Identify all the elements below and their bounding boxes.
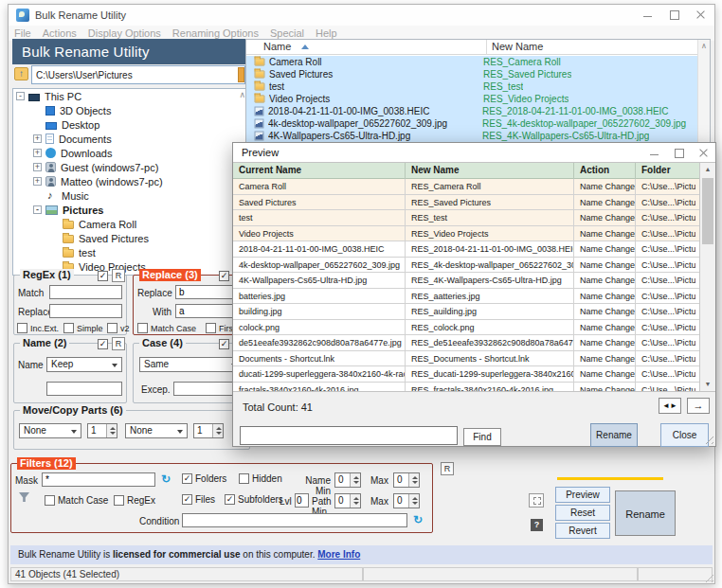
move-copy-select-2[interactable]: None <box>125 423 188 438</box>
dialog-close-button[interactable]: Close <box>660 423 709 447</box>
tree-item[interactable]: Saved Pictures <box>13 231 248 245</box>
tree-item[interactable]: + Documents <box>13 132 248 146</box>
tree-expander-icon[interactable] <box>50 220 59 228</box>
tree-item[interactable]: - This PC <box>13 89 248 103</box>
column-fit-icon[interactable]: ◄► <box>659 398 681 414</box>
find-input[interactable] <box>240 426 458 445</box>
address-input[interactable] <box>31 65 245 84</box>
inc-ext-checkbox[interactable]: Inc.Ext. <box>17 323 59 333</box>
help-icon[interactable]: ? <box>531 519 543 531</box>
regex-reset-button[interactable]: R <box>112 269 125 282</box>
file-row[interactable]: Video Projects RES_Video Projects <box>246 93 697 105</box>
column-divider[interactable] <box>486 40 487 55</box>
tree-item[interactable]: + Downloads <box>13 146 248 160</box>
tree-item[interactable]: Music <box>13 188 248 203</box>
tree-expander-icon[interactable] <box>33 191 42 200</box>
minimize-icon[interactable] <box>635 5 661 26</box>
filters-match-case-checkbox[interactable]: Match Case <box>45 495 108 506</box>
scroll-thumb[interactable] <box>702 178 713 244</box>
col-action[interactable]: Action <box>574 163 636 179</box>
col-new-name[interactable]: New Name <box>406 163 574 179</box>
layout-toggle-button[interactable] <box>529 493 544 508</box>
more-info-link[interactable]: More Info <box>317 549 360 560</box>
file-row[interactable]: 4k-desktop-wallpaper_065227602_309.jpg R… <box>246 117 697 130</box>
filters-reset-button[interactable]: R <box>441 462 454 475</box>
file-row[interactable]: 2018-04-21-11-01-00-IMG_0038.HEIC RES_20… <box>246 105 697 117</box>
col-folder[interactable]: Folder <box>636 163 701 179</box>
preview-row[interactable]: 4K-Wallpapers-Cs65-Ultra-HD.jpg RES_4K-W… <box>233 273 701 289</box>
simple-checkbox[interactable]: Simple <box>63 323 103 333</box>
v2-checkbox[interactable]: v2 <box>107 323 130 333</box>
preview-row[interactable]: ducati-1299-superleggera-3840x2160-4k-ra… <box>233 366 701 383</box>
hidden-checkbox[interactable]: Hidden <box>239 473 282 484</box>
name-extra-input[interactable] <box>46 382 122 396</box>
dialog-rename-button[interactable]: Rename <box>590 423 638 447</box>
tree-expander-icon[interactable]: + <box>33 149 42 157</box>
scroll-up-icon[interactable]: ▲ <box>700 163 715 176</box>
preview-row[interactable]: Documents - Shortcut.lnk RES_Documents -… <box>233 351 701 367</box>
preview-row[interactable]: batteries.jpg RES_aatteries.jpg Name Cha… <box>233 289 701 305</box>
preview-row[interactable]: fractals-3840x2160-4k-2016.jpg RES_fract… <box>233 383 701 392</box>
name-reset-button[interactable]: R <box>112 337 125 350</box>
dialog-close-icon[interactable] <box>691 143 715 162</box>
arrow-right-icon[interactable]: → <box>687 398 710 414</box>
name-mode-select[interactable]: Keep <box>46 357 122 372</box>
folders-checkbox[interactable]: Folders <box>182 473 226 484</box>
regex-enable-checkbox[interactable] <box>98 271 108 281</box>
tree-expander-icon[interactable]: + <box>33 163 42 171</box>
preview-row[interactable]: Video Projects RES_Video Projects Name C… <box>233 226 701 242</box>
tree-item[interactable]: + Guest (windows7-pc) <box>13 160 248 174</box>
tree-expander-icon[interactable] <box>33 106 42 115</box>
tree-item[interactable]: test <box>13 245 248 259</box>
dialog-minimize-icon[interactable] <box>641 143 666 162</box>
regex-match-input[interactable] <box>49 285 122 299</box>
regex-replace-input[interactable] <box>49 304 122 318</box>
tree-item[interactable]: - Pictures <box>13 203 248 217</box>
tree-expander-icon[interactable] <box>33 120 42 129</box>
revert-button[interactable]: Revert <box>555 523 610 539</box>
preview-row[interactable]: building.jpg RES_auilding.jpg Name Chang… <box>233 304 701 320</box>
tree-scroll-up-icon[interactable]: ∧ <box>239 90 245 99</box>
path-max-spinner[interactable]: 0 <box>393 493 420 508</box>
tree-item[interactable]: + Matteo (windows7-pc) <box>13 174 248 188</box>
files-checkbox[interactable]: Files <box>182 494 215 505</box>
preview-row[interactable]: Camera Roll RES_Camera Roll Name Change … <box>233 179 701 195</box>
tree-expander-icon[interactable] <box>50 248 59 257</box>
preview-scrollbar[interactable]: ▲ ▼ <box>699 163 715 391</box>
close-icon[interactable] <box>688 5 714 26</box>
file-row[interactable]: test RES_test <box>246 80 697 93</box>
case-mode-select[interactable]: Same <box>139 357 242 372</box>
preview-row[interactable]: de51eeafe3932862c908d80a78a6477e.jpg RES… <box>233 335 701 351</box>
maximize-icon[interactable] <box>661 5 688 26</box>
tree-expander-icon[interactable]: - <box>33 205 42 214</box>
replace-enable-checkbox[interactable] <box>219 271 229 281</box>
preview-row[interactable]: Saved Pictures RES_Saved Pictures Name C… <box>233 195 701 211</box>
reset-button[interactable]: Reset <box>555 505 610 521</box>
tree-expander-icon[interactable]: + <box>33 134 42 143</box>
lvl-input[interactable] <box>295 493 309 508</box>
preview-row[interactable]: 2018-04-21-11-01-00-IMG_0038.HEIC RES_20… <box>233 241 701 258</box>
rename-button[interactable]: Rename <box>615 490 676 536</box>
move-copy-select-1[interactable]: None <box>19 423 81 438</box>
tree-item[interactable]: 3D Objects <box>13 103 248 117</box>
up-folder-icon[interactable]: ↑ <box>14 67 28 80</box>
column-header-new-name[interactable]: New Name <box>492 41 543 52</box>
move-copy-count-1[interactable]: 1 <box>87 423 117 438</box>
first-checkbox[interactable]: First <box>206 323 236 333</box>
file-row[interactable]: Camera Roll RES_Camera Roll <box>246 56 697 68</box>
address-dropdown-icon[interactable] <box>238 67 244 82</box>
replace-match-case-checkbox[interactable]: Match Case <box>137 323 196 333</box>
tree-item[interactable]: Desktop <box>13 117 248 132</box>
preview-row[interactable]: 4k-desktop-wallpaper_065227602_309.jpg R… <box>233 258 701 274</box>
name-min-spinner[interactable]: 0 <box>334 472 361 488</box>
filters-regex-checkbox[interactable]: RegEx <box>114 495 155 506</box>
move-copy-count-2[interactable]: 1 <box>193 423 224 438</box>
refresh-mask-icon[interactable]: ↻ <box>161 472 171 486</box>
preview-row[interactable]: test RES_test Name Change C:\Use...\Pict… <box>233 210 701 226</box>
tree-item[interactable]: Camera Roll <box>13 217 248 231</box>
tree-expander-icon[interactable]: + <box>33 177 42 186</box>
dialog-maximize-icon[interactable] <box>666 143 691 162</box>
path-min-spinner[interactable]: 0 <box>334 493 361 508</box>
preview-button[interactable]: Preview <box>555 487 610 503</box>
tree-expander-icon[interactable]: - <box>16 92 25 100</box>
